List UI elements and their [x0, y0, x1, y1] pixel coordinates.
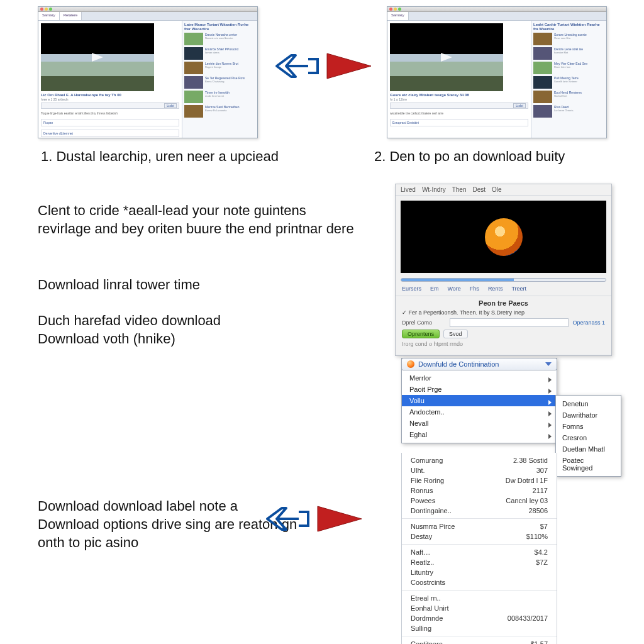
property-row[interactable]: Nusmrra Pirce$7: [402, 521, 557, 531]
dropdown-item[interactable]: Vollu: [402, 395, 557, 406]
dropdown-item[interactable]: Paoit Prge: [402, 384, 557, 395]
property-row[interactable]: Fiie RoringDw Dotrd l 1F: [402, 475, 557, 486]
hint-text: Irorg cond o htprnt rrndo: [402, 341, 605, 347]
related-item[interactable]: Menrve Serd BermethenBorew flh Laramelo: [184, 105, 255, 118]
panel-tab[interactable]: Rents: [488, 286, 503, 292]
property-value: Dw Dotrd l 1F: [506, 477, 548, 484]
property-row[interactable]: Eonhal Unirt: [402, 603, 557, 613]
related-item[interactable]: Dassie Nanacha ornterNewest a in word br…: [184, 33, 255, 45]
primary-button[interactable]: Oprentens: [402, 330, 440, 338]
share-button[interactable]: Ltslei: [513, 103, 526, 108]
info-box[interactable]: Fiopan: [41, 119, 179, 126]
downloader-panel: Lived Wt-Indry Then Dest Ole Eursers Em …: [395, 184, 612, 356]
property-value: $7Z: [536, 558, 548, 566]
related-item[interactable]: Emarce Shier PPustondlormer atrers: [184, 47, 255, 60]
instruction-line: Download linral tower time: [38, 275, 200, 294]
related-item[interactable]: Timer Inr Inesrtithreuile thrst forent: [184, 91, 255, 103]
property-key: Comurang: [411, 457, 443, 464]
property-row[interactable]: Dontingaine..28506: [402, 506, 557, 516]
video-player[interactable]: [41, 23, 154, 91]
submenu-item[interactable]: Fomns: [556, 421, 621, 432]
property-row[interactable]: Comurang2.38 Sostid: [402, 455, 557, 465]
menu-item[interactable]: Wt-Indry: [422, 186, 446, 193]
dropdown-item[interactable]: Merrlor: [402, 372, 557, 384]
menu-item[interactable]: Dest: [472, 186, 486, 193]
panel-tab[interactable]: Treert: [511, 286, 526, 292]
dropdown-item[interactable]: Nevall: [402, 418, 557, 429]
video-player[interactable]: [390, 23, 503, 91]
property-row[interactable]: Dordmnde008433/2017: [402, 613, 557, 623]
property-key: Sulling: [411, 625, 431, 632]
submenu-item[interactable]: Poatec Sowinged: [556, 455, 621, 474]
panel-tab[interactable]: Eursers: [402, 286, 421, 292]
video-meta: hree e 1 25 arthedn: [41, 97, 179, 101]
property-value: $110%: [526, 533, 548, 540]
property-key: Reatlz..: [411, 558, 434, 566]
dropdown-header[interactable]: Downfuld de Continination: [401, 358, 557, 370]
related-item[interactable]: Mey Vier Cleer Ead SevRiree thtre low: [533, 62, 604, 74]
related-sidebar: Latre Manor Tortart Witastien Rorhe frer…: [182, 21, 257, 138]
property-key: Coostrcints: [411, 579, 445, 586]
related-item[interactable]: Riva DeertLar berre Oreeris: [533, 105, 604, 118]
step2-caption: 2. Den to po an download buity: [374, 148, 565, 165]
submenu-item[interactable]: Denetun: [556, 398, 621, 409]
property-value: 28506: [528, 507, 548, 514]
submenu-item[interactable]: Dawrithator: [556, 409, 621, 421]
related-item[interactable]: Polt Mesing TerreSorrelh lorte Sinterer: [533, 76, 604, 89]
submenu-item[interactable]: Cresron: [556, 432, 621, 443]
video-title: Lic Om Rhael E..A Harmalsonpe fte tay Th…: [41, 93, 179, 97]
property-value: 307: [536, 467, 548, 474]
dropdown-title: Downfuld de Continination: [418, 360, 499, 368]
step1-caption: 1. Dustal learchip, uren neer a upciead: [41, 148, 279, 165]
property-row[interactable]: Naft…$4.2: [402, 547, 557, 557]
share-button[interactable]: Ltslei: [164, 103, 177, 108]
property-row[interactable]: Etreal rn..: [402, 593, 557, 603]
related-item[interactable]: Lentrie dun Novers BrotRegent thange: [184, 62, 255, 74]
panel-menubar: Lived Wt-Indry Then Dest Ole: [396, 184, 611, 196]
menu-item[interactable]: Then: [452, 186, 467, 193]
section-title: Peon tre Paecs: [402, 299, 605, 307]
browser-tab[interactable]: Samary: [387, 12, 409, 20]
download-link[interactable]: Operanass 1: [572, 319, 605, 326]
browser-step2: Samary Gosre etc clairy Mitalent tesrge …: [387, 6, 607, 138]
dropdown-submenu: DenetunDawrithatorFomnsCresronDuetlan Mh…: [555, 395, 621, 477]
info-box[interactable]: Dervenlive dLitemnet: [41, 130, 179, 137]
property-key: Destay: [411, 533, 432, 540]
panel-tab[interactable]: Wore: [448, 286, 461, 292]
browser-tab[interactable]: Samary: [38, 12, 60, 20]
menu-item[interactable]: Lived: [401, 186, 416, 193]
panel-video[interactable]: [401, 201, 606, 273]
related-item[interactable]: Dentre Lene strel isehoentire Met: [533, 47, 604, 60]
browser-tab[interactable]: Relatere: [60, 12, 82, 20]
related-item[interactable]: Sorare Linecting acerteOnse sore ltha: [533, 33, 604, 45]
progress-bar[interactable]: [401, 278, 606, 282]
field-label: Dprel Como: [402, 319, 446, 326]
property-row[interactable]: Sulling: [402, 623, 557, 633]
property-row[interactable]: Destay$110%: [402, 531, 557, 541]
browser-tabbar: Samary: [387, 12, 606, 21]
text-input[interactable]: [450, 318, 569, 327]
property-row[interactable]: Ronrus2117: [402, 486, 557, 496]
property-row[interactable]: Lituntry: [402, 567, 557, 577]
dropdown-item[interactable]: Andoctem..: [402, 406, 557, 418]
property-value: 008433/2017: [508, 614, 548, 622]
submenu-item[interactable]: Duetlan Mhatl: [556, 443, 621, 455]
property-key: Etreal rn..: [411, 594, 441, 602]
panel-tab[interactable]: Fhs: [470, 286, 479, 292]
window-titlebar: [38, 7, 257, 12]
menu-item[interactable]: Ole: [492, 186, 502, 193]
dropdown-item[interactable]: Eghal: [402, 429, 557, 440]
property-row[interactable]: PoweesCancnl ley 03: [402, 496, 557, 506]
property-key: Naft…: [411, 548, 430, 556]
property-row[interactable]: Reatlz..$7Z: [402, 557, 557, 567]
panel-tab[interactable]: Em: [430, 286, 439, 292]
property-row[interactable]: Ulht.307: [402, 465, 557, 475]
arrow-pair-icon: [264, 497, 365, 541]
related-item[interactable]: Se Ter Regerened Pise RowBerns Chatstsin…: [184, 76, 255, 89]
property-row[interactable]: Coostrcints: [402, 577, 557, 587]
property-row[interactable]: Contitnere…$1.57: [402, 639, 557, 644]
checkbox-label[interactable]: ✓ Fer a Pepertioonsh. Theen. It by S.Dre…: [402, 309, 525, 316]
secondary-button[interactable]: Svod: [443, 330, 468, 338]
info-box[interactable]: Exroprard Emisttini: [390, 119, 528, 126]
related-item[interactable]: Eou Hend RenteresGerled Sret: [533, 91, 604, 103]
